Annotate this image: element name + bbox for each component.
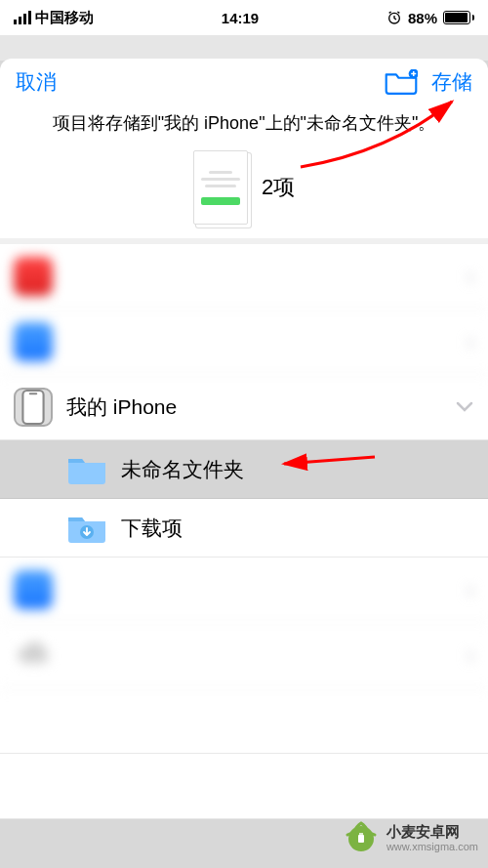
svg-point-7 [359, 833, 361, 835]
folder-row-unnamed[interactable]: 未命名文件夹 [0, 440, 488, 499]
new-folder-icon[interactable] [385, 69, 418, 95]
app-icon [14, 322, 53, 361]
empty-row [0, 754, 488, 819]
chevron-right-icon: › [467, 576, 474, 603]
chevron-right-icon: › [467, 641, 474, 669]
downloads-folder-icon [66, 513, 107, 544]
carrier-label: 中国移动 [35, 9, 94, 27]
alarm-icon [386, 10, 402, 25]
location-label: 我的 iPhone [66, 393, 441, 421]
watermark-title: 小麦安卓网 [386, 823, 478, 841]
status-left: 中国移动 [14, 9, 94, 27]
location-row[interactable]: › [0, 310, 488, 375]
watermark-logo-icon [342, 819, 381, 858]
status-bar: 中国移动 14:19 88% [0, 0, 488, 35]
app-icon [14, 257, 53, 296]
item-preview [193, 150, 248, 225]
svg-rect-6 [358, 835, 364, 843]
item-count: 2项 [262, 173, 295, 202]
watermark: 小麦安卓网 www.xmsigma.com [342, 819, 478, 858]
app-icon [14, 570, 53, 609]
chevron-down-icon [455, 397, 474, 417]
cloud-icon [14, 636, 53, 675]
location-row[interactable]: › [0, 623, 488, 688]
folder-row-downloads[interactable]: 下载项 [0, 499, 488, 558]
save-button[interactable]: 存储 [431, 68, 472, 96]
preview-area: 2项 [0, 145, 488, 238]
status-time: 14:19 [222, 10, 259, 26]
signal-icon [14, 11, 31, 24]
folder-label: 下载项 [121, 515, 474, 542]
chevron-right-icon: › [467, 328, 474, 355]
status-right: 88% [386, 10, 474, 26]
svg-point-8 [361, 833, 363, 835]
sheet-header: 取消 存储 [0, 59, 488, 105]
location-row[interactable]: › [0, 244, 488, 310]
location-row[interactable]: › [0, 558, 488, 623]
svg-rect-3 [29, 393, 37, 394]
battery-pct: 88% [408, 10, 437, 26]
empty-row [0, 688, 488, 754]
folder-icon [66, 454, 107, 485]
battery-icon [443, 11, 474, 24]
svg-rect-2 [22, 391, 43, 424]
cancel-button[interactable]: 取消 [16, 68, 57, 96]
location-row-my-iphone[interactable]: 我的 iPhone [0, 375, 488, 440]
watermark-url: www.xmsigma.com [386, 841, 478, 853]
folder-label: 未命名文件夹 [121, 456, 474, 483]
chevron-right-icon: › [467, 263, 474, 290]
save-description: 项目将存储到"我的 iPhone"上的"未命名文件夹"。 [0, 105, 488, 145]
iphone-icon [14, 388, 53, 427]
location-list: › › 我的 iPhone 未命名文件夹 下载项 [0, 244, 488, 819]
save-sheet: 取消 存储 项目将存储到"我的 iPhone"上的"未命名文件夹"。 2项 [0, 59, 488, 238]
sheet-backdrop [0, 35, 488, 61]
